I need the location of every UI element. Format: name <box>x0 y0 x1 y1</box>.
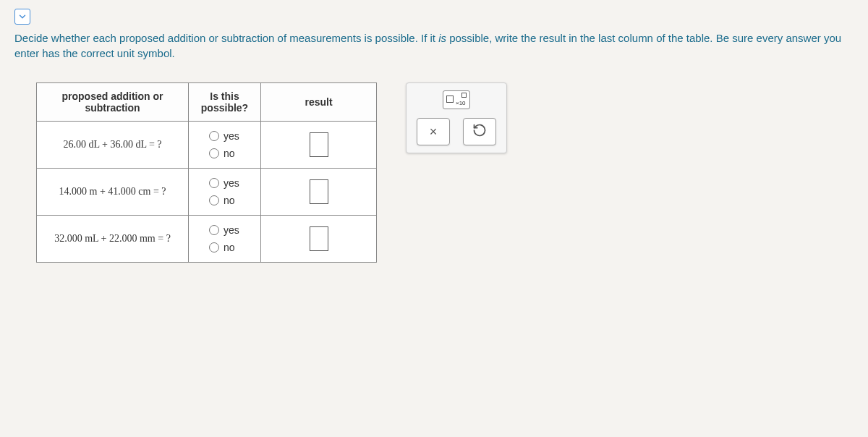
radio-input-no-3[interactable] <box>209 242 219 253</box>
possible-cell: yes no <box>189 216 261 263</box>
tool-bottom-row: × <box>414 118 499 145</box>
radio-input-no-2[interactable] <box>209 195 219 205</box>
radio-input-yes-2[interactable] <box>209 178 219 188</box>
reset-button[interactable] <box>463 118 496 145</box>
placeholder-box-icon <box>446 96 454 103</box>
result-cell <box>261 169 377 216</box>
x-icon: × <box>430 124 438 140</box>
radio-no-3[interactable]: no <box>209 242 235 253</box>
exponent-placeholder-icon <box>461 93 467 98</box>
scientific-notation-button[interactable]: ×10 <box>443 90 470 109</box>
possible-cell: yes no <box>189 169 261 216</box>
radio-input-yes-1[interactable] <box>209 131 219 141</box>
header-result: result <box>261 83 377 122</box>
result-input-2[interactable] <box>310 179 328 204</box>
radio-yes-1[interactable]: yes <box>209 130 239 142</box>
radio-yes-3[interactable]: yes <box>209 224 239 236</box>
radio-label-yes: yes <box>224 177 239 189</box>
radio-label-yes: yes <box>224 224 239 236</box>
instruction-part-1: Decide whether each proposed addition or… <box>14 32 438 44</box>
result-cell <box>261 122 377 169</box>
content-row: proposed addition or subtraction Is this… <box>14 82 854 263</box>
radio-yes-2[interactable]: yes <box>209 177 239 189</box>
equation-cell: 26.00 dL + 36.00 dL = ? <box>37 122 189 169</box>
tool-panel: ×10 × <box>406 82 507 153</box>
possible-cell: yes no <box>189 122 261 169</box>
radio-no-1[interactable]: no <box>209 148 235 159</box>
chevron-down-icon <box>17 12 27 22</box>
header-proposed: proposed addition or subtraction <box>37 83 189 122</box>
undo-icon <box>472 123 487 141</box>
table-row: 26.00 dL + 36.00 dL = ? yes no <box>37 122 377 169</box>
table-row: 32.000 mL + 22.000 mm = ? yes no <box>37 216 377 263</box>
question-table: proposed addition or subtraction Is this… <box>36 82 377 263</box>
radio-input-no-1[interactable] <box>209 148 219 158</box>
result-input-3[interactable] <box>310 226 328 251</box>
radio-label-no: no <box>224 242 235 253</box>
radio-group-1: yes no <box>196 130 253 159</box>
collapse-toggle[interactable] <box>14 9 30 25</box>
radio-no-2[interactable]: no <box>209 195 235 206</box>
table-row: 14.000 m + 41.000 cm = ? yes no <box>37 169 377 216</box>
result-cell <box>261 216 377 263</box>
table-header-row: proposed addition or subtraction Is this… <box>37 83 377 122</box>
equation-cell: 14.000 m + 41.000 cm = ? <box>37 169 189 216</box>
radio-input-yes-3[interactable] <box>209 225 219 235</box>
radio-label-yes: yes <box>224 130 239 142</box>
radio-label-no: no <box>224 195 235 206</box>
header-possible: Is this possible? <box>189 83 261 122</box>
tool-top-row: ×10 <box>414 90 499 109</box>
radio-group-2: yes no <box>196 177 253 206</box>
times-ten-label: ×10 <box>456 100 466 106</box>
radio-label-no: no <box>224 148 235 159</box>
instruction-text: Decide whether each proposed addition or… <box>14 30 846 61</box>
instruction-italic-word: is <box>438 32 446 44</box>
result-input-1[interactable] <box>310 132 328 157</box>
equation-cell: 32.000 mL + 22.000 mm = ? <box>37 216 189 263</box>
clear-button[interactable]: × <box>417 118 450 145</box>
radio-group-3: yes no <box>196 224 253 253</box>
